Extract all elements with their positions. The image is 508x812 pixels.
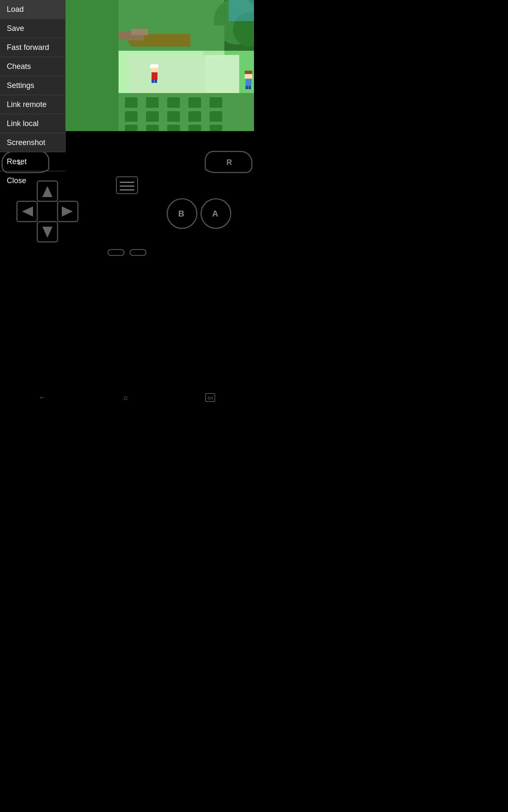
menu-item-close[interactable]: Close (0, 171, 65, 190)
svg-rect-61 (108, 250, 124, 255)
svg-marker-52 (22, 206, 33, 217)
svg-rect-19 (125, 111, 138, 122)
svg-rect-17 (188, 97, 201, 108)
svg-rect-34 (150, 66, 152, 68)
svg-marker-54 (62, 206, 73, 217)
start-button[interactable] (130, 250, 146, 255)
svg-rect-22 (188, 111, 201, 122)
game-menu: Load Save Fast forward Cheats Settings L… (0, 0, 66, 152)
nav-back-icon[interactable]: ← (39, 394, 46, 401)
nav-home-icon[interactable]: ⌂ (124, 394, 128, 401)
svg-text:R: R (226, 158, 232, 167)
menu-item-reset[interactable]: Reset (0, 152, 65, 171)
svg-rect-23 (210, 111, 222, 122)
menu-item-cheats[interactable]: Cheats (0, 57, 65, 76)
svg-rect-25 (146, 125, 159, 131)
dpad-right[interactable] (58, 201, 78, 222)
menu-item-settings[interactable]: Settings (0, 76, 65, 95)
menu-item-link-local[interactable]: Link local (0, 114, 65, 133)
svg-rect-15 (146, 97, 159, 108)
svg-rect-45 (116, 177, 138, 194)
svg-text:B: B (178, 209, 184, 218)
svg-rect-16 (167, 97, 180, 108)
svg-rect-41 (248, 86, 251, 89)
dpad-down[interactable] (37, 222, 58, 242)
svg-rect-42 (229, 0, 254, 21)
svg-rect-8 (64, 0, 119, 131)
svg-text:A: A (212, 209, 218, 218)
svg-rect-27 (188, 125, 201, 131)
menu-item-load[interactable]: Load (0, 0, 65, 19)
menu-item-link-remote[interactable]: Link remote (0, 95, 65, 114)
menu-item-save[interactable]: Save (0, 19, 65, 38)
svg-rect-18 (210, 97, 222, 108)
svg-rect-26 (167, 125, 180, 131)
game-screen (64, 0, 254, 131)
svg-rect-28 (210, 125, 222, 131)
game-canvas (64, 0, 254, 131)
a-button[interactable]: A (201, 199, 231, 228)
menu-item-screenshot[interactable]: Screenshot (0, 133, 65, 152)
menu-item-fast-forward[interactable]: Fast forward (0, 38, 65, 57)
hamburger-menu-button[interactable] (116, 177, 138, 194)
dpad-left[interactable] (17, 201, 37, 222)
svg-rect-13 (119, 93, 254, 131)
svg-rect-35 (152, 80, 154, 83)
svg-rect-39 (245, 71, 252, 74)
svg-rect-62 (130, 250, 146, 255)
b-button[interactable]: B (167, 199, 197, 228)
svg-rect-30 (131, 29, 148, 35)
svg-rect-14 (125, 97, 138, 108)
svg-rect-24 (125, 125, 138, 131)
r-button[interactable]: R (205, 151, 252, 173)
nav-recents-icon[interactable]: ▭ (205, 393, 215, 402)
nav-bar: ← ⌂ ▭ (0, 389, 254, 406)
svg-marker-56 (42, 227, 52, 238)
select-button[interactable] (108, 250, 124, 255)
svg-rect-31 (152, 72, 157, 80)
svg-rect-36 (155, 80, 157, 83)
svg-rect-37 (246, 78, 251, 86)
svg-rect-21 (167, 111, 180, 122)
svg-rect-40 (246, 86, 248, 89)
svg-rect-20 (146, 111, 159, 122)
